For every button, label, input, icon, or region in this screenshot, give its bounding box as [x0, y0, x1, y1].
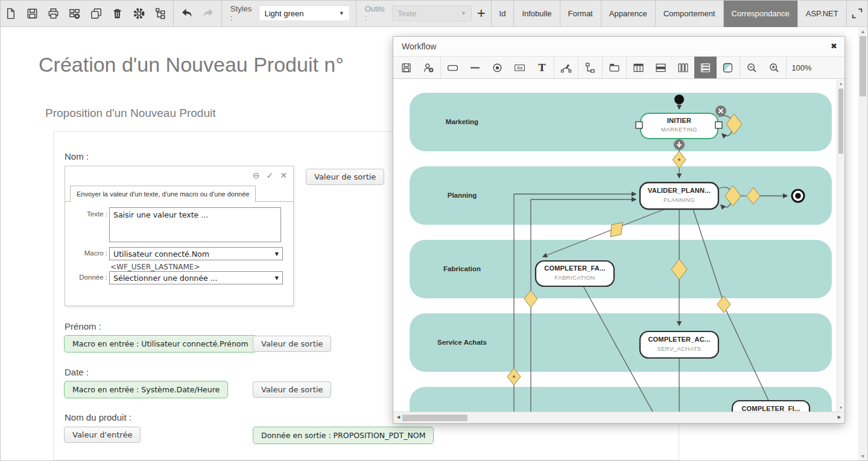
redo-icon[interactable] — [197, 0, 218, 27]
close-icon[interactable]: ✕ — [280, 169, 287, 182]
wf-phase-icon[interactable] — [603, 57, 626, 78]
lane-label: Marketing — [446, 118, 478, 125]
wf-line-icon[interactable] — [464, 57, 486, 78]
tab-format[interactable]: Format — [560, 0, 601, 27]
expand-icon[interactable] — [847, 0, 868, 27]
produit-output-badge[interactable]: Donnée en sortie : PROPOSITION_PDT_NOM — [253, 427, 434, 444]
toolbar-separator — [602, 57, 603, 78]
node-completer-fabrication[interactable]: COMPLETER_FA... FABRICATION — [536, 261, 614, 286]
gateway-diamond[interactable] — [717, 296, 730, 313]
svg-text:T: T — [538, 61, 546, 74]
wf-rectangle-icon[interactable] — [442, 57, 464, 78]
scrollbar-thumb[interactable] — [402, 415, 467, 421]
page-scrollbar[interactable]: ▲ ▼ — [858, 28, 867, 460]
tab-apparence[interactable]: Apparence — [601, 0, 655, 27]
gateway-parallelogram[interactable] — [610, 222, 622, 237]
styles-select-value: Light green — [264, 9, 303, 18]
scroll-down-icon[interactable]: ▼ — [858, 454, 867, 459]
collapse-icon[interactable]: ⊖ — [253, 169, 260, 182]
wf-flow-icon[interactable] — [579, 57, 601, 78]
scroll-up-icon[interactable]: ▲ — [837, 81, 844, 86]
produit-input-button[interactable]: Valeur d'entrée — [64, 427, 141, 443]
wf-theme-icon[interactable] — [717, 57, 739, 78]
tab-correspondance[interactable]: Correspondance — [723, 0, 797, 27]
toolbar-separator — [786, 57, 787, 78]
wf-label-icon[interactable]: Aa — [508, 57, 531, 78]
wf-table-columns-icon[interactable] — [627, 57, 650, 78]
print-icon[interactable] — [43, 0, 64, 27]
new-document-icon[interactable] — [0, 0, 21, 27]
texte-label: Texte : — [70, 210, 107, 218]
settings-icon[interactable] — [128, 0, 149, 27]
workflow-canvas[interactable]: Marketing Planning Fabrication Service A… — [393, 80, 844, 412]
connection-handle[interactable] — [636, 122, 642, 128]
popup-tab[interactable]: Envoyer la valeur d'un texte, d'une macr… — [70, 186, 256, 202]
node-title: COMPLETER_FA... — [544, 265, 605, 272]
zoom-out-icon[interactable] — [741, 57, 763, 78]
tree-view-icon[interactable] — [150, 0, 171, 27]
tab-aspnet[interactable]: ASP.NET — [797, 0, 847, 27]
date-input-badge[interactable]: Macro en entrée : Système.Date/Heure — [64, 381, 228, 398]
node-valider-planning[interactable]: VALIDER_PLANN... PLANNING — [640, 183, 718, 209]
node-title: INITIER — [667, 117, 692, 124]
toolbar-separator — [626, 57, 627, 78]
scrollbar-thumb[interactable] — [838, 89, 843, 154]
chevron-down-icon: ▼ — [275, 275, 279, 281]
outils-select-value: Texte — [398, 9, 416, 18]
zoom-level: 100% — [787, 63, 816, 72]
zoom-in-icon[interactable] — [763, 57, 785, 78]
date-output-button[interactable]: Valeur de sortie — [253, 381, 331, 398]
section-title: Proposition d'un Nouveau Produit — [45, 107, 215, 120]
workflow-panel-header[interactable]: Workflow ✖ — [393, 37, 844, 57]
node-completer-fi[interactable]: COMPLETER_FI... — [732, 401, 809, 412]
prenom-input-badge[interactable]: Macro en entrée : Utilisateur connecté.P… — [64, 335, 257, 353]
toolbar-separator — [221, 0, 222, 27]
wf-save-icon[interactable] — [395, 57, 417, 78]
value-editor-popup: ⊖ ✓ ✕ Envoyer la valeur d'un texte, d'un… — [65, 166, 294, 306]
start-node[interactable] — [674, 95, 684, 104]
add-tool-button[interactable]: + — [472, 5, 491, 22]
wf-table-rows-icon[interactable] — [650, 57, 672, 78]
macro-select[interactable]: Utilisateur connecté.Nom ▼ — [109, 247, 283, 260]
end-node[interactable] — [792, 190, 804, 202]
delete-icon[interactable] — [107, 0, 128, 27]
donnee-select[interactable]: Sélectionner une donnée ... ▼ — [109, 271, 283, 284]
workflow-vertical-scrollbar[interactable]: ▲ ▼ — [837, 80, 844, 412]
workflow-horizontal-scrollbar[interactable]: ◄ ► — [393, 412, 844, 423]
close-icon[interactable]: ✖ — [831, 42, 837, 51]
node-completer-achats[interactable]: COMPLETER_AC... SERV_ACHATS — [640, 331, 718, 358]
wf-pen-icon[interactable] — [555, 57, 577, 78]
chevron-down-icon: ▼ — [339, 10, 344, 16]
toolbar-separator — [356, 0, 356, 27]
page-scrollbar-thumb[interactable] — [860, 36, 866, 96]
lane-label: Fabrication — [443, 265, 481, 272]
svg-text:Aa: Aa — [517, 65, 523, 71]
wf-add-actor-icon[interactable] — [417, 57, 440, 78]
wf-columns-icon[interactable] — [672, 57, 694, 78]
wf-text-icon[interactable]: T — [531, 57, 553, 78]
duplicate-icon[interactable] — [86, 0, 107, 27]
nom-label: Nom : — [65, 151, 89, 162]
wf-end-node-icon[interactable] — [486, 57, 508, 78]
add-fields-icon[interactable] — [64, 0, 85, 27]
prenom-output-button[interactable]: Valeur de sortie — [253, 336, 331, 352]
scroll-left-icon[interactable]: ◄ — [396, 414, 401, 420]
scroll-right-icon[interactable]: ► — [837, 414, 842, 420]
toolbar-separator — [740, 57, 740, 78]
styles-select[interactable]: Light green ▼ — [259, 5, 349, 21]
tab-comportement[interactable]: Comportement — [655, 0, 723, 27]
scroll-up-icon[interactable]: ▲ — [858, 29, 867, 34]
connection-handle[interactable] — [715, 122, 722, 128]
toolbar-separator — [578, 57, 578, 78]
save-icon[interactable] — [21, 0, 42, 27]
tab-infobulle[interactable]: Infobulle — [513, 0, 559, 27]
undo-icon[interactable] — [176, 0, 197, 27]
nom-output-button[interactable]: Valeur de sortie — [306, 169, 384, 185]
texte-input[interactable]: Saisir une valeur texte ... — [109, 207, 281, 242]
confirm-icon[interactable]: ✓ — [267, 169, 274, 182]
wf-lanes-icon[interactable] — [694, 57, 717, 78]
scroll-down-icon[interactable]: ▼ — [837, 406, 844, 410]
tab-id[interactable]: Id — [491, 0, 514, 27]
outils-select[interactable]: Texte ▼ — [392, 5, 472, 21]
prenom-label: Prénom : — [65, 321, 101, 331]
